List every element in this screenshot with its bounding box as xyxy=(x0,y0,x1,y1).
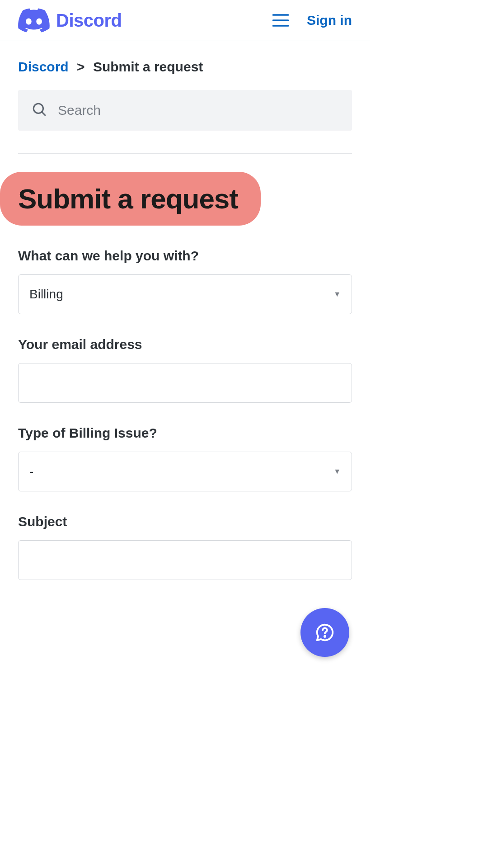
billing-type-label: Type of Billing Issue? xyxy=(18,425,352,441)
header: Discord Sign in xyxy=(0,0,370,41)
search-icon xyxy=(32,102,47,119)
subject-input-wrap xyxy=(18,540,352,580)
svg-line-4 xyxy=(42,112,45,115)
breadcrumb: Discord > Submit a request xyxy=(18,59,352,75)
breadcrumb-separator: > xyxy=(77,59,85,74)
field-email: Your email address xyxy=(18,337,352,403)
email-input[interactable] xyxy=(29,363,341,402)
help-topic-value: Billing xyxy=(29,287,63,302)
menu-icon[interactable] xyxy=(272,14,289,27)
billing-type-value: - xyxy=(29,464,33,479)
billing-type-select[interactable]: - ▼ xyxy=(18,452,352,491)
help-topic-label: What can we help you with? xyxy=(18,248,352,264)
search-bar[interactable] xyxy=(18,90,352,131)
field-subject: Subject xyxy=(18,514,352,580)
main-content: Discord > Submit a request Submit a requ… xyxy=(0,41,370,580)
discord-icon xyxy=(18,8,50,33)
brand-logo[interactable]: Discord xyxy=(18,8,122,33)
field-billing-type: Type of Billing Issue? - ▼ xyxy=(18,425,352,491)
chevron-down-icon: ▼ xyxy=(333,290,341,298)
divider xyxy=(18,153,352,154)
help-topic-select[interactable]: Billing ▼ xyxy=(18,274,352,314)
chevron-down-icon: ▼ xyxy=(333,467,341,476)
signin-link[interactable]: Sign in xyxy=(307,13,352,28)
header-actions: Sign in xyxy=(272,13,352,28)
subject-label: Subject xyxy=(18,514,352,529)
search-input[interactable] xyxy=(58,103,338,118)
email-input-wrap xyxy=(18,363,352,403)
email-label: Your email address xyxy=(18,337,352,352)
breadcrumb-root[interactable]: Discord xyxy=(18,59,69,74)
field-help-topic: What can we help you with? Billing ▼ xyxy=(18,248,352,314)
page-title-highlight: Submit a request xyxy=(0,172,261,226)
brand-wordmark: Discord xyxy=(56,10,122,31)
subject-input[interactable] xyxy=(29,541,341,580)
breadcrumb-current: Submit a request xyxy=(93,59,203,74)
page-title: Submit a request xyxy=(18,183,238,215)
